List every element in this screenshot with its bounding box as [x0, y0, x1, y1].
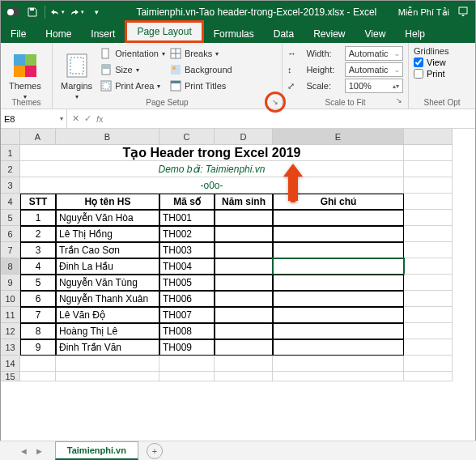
cell[interactable]: 9: [20, 339, 56, 356]
fx-icon[interactable]: fx: [96, 114, 104, 124]
col-header[interactable]: B: [56, 129, 159, 145]
row-header[interactable]: 4: [1, 194, 20, 210]
sheet-tab[interactable]: Taimienphi.vn: [55, 441, 138, 460]
tab-insert[interactable]: Insert: [81, 25, 125, 43]
cell[interactable]: [404, 226, 453, 242]
size-button[interactable]: Size▾: [100, 62, 165, 77]
cell[interactable]: [404, 242, 453, 258]
cell[interactable]: Nguyễn Văn Tùng: [56, 275, 159, 291]
cell[interactable]: [273, 210, 404, 226]
print-area-button[interactable]: Print Area▾: [100, 79, 165, 93]
qat-customize-icon[interactable]: ▾: [87, 3, 105, 21]
select-all-corner[interactable]: [1, 129, 20, 145]
name-box[interactable]: E8▾: [1, 109, 67, 128]
cell[interactable]: [56, 372, 159, 381]
cell[interactable]: [56, 356, 159, 372]
cell[interactable]: [273, 339, 404, 356]
row-header[interactable]: 6: [1, 226, 20, 242]
row-header[interactable]: 9: [1, 275, 20, 291]
cancel-icon[interactable]: ✕: [72, 113, 79, 124]
cell[interactable]: [215, 242, 273, 258]
cell[interactable]: [215, 210, 273, 226]
cell[interactable]: [404, 258, 453, 275]
cell[interactable]: [273, 291, 404, 307]
undo-icon[interactable]: [49, 3, 66, 21]
orientation-button[interactable]: Orientation▾: [100, 46, 165, 61]
page-setup-dialog-launcher[interactable]: ↘: [265, 92, 286, 113]
cell[interactable]: Đinh Trần Văn: [56, 339, 159, 356]
scale-to-fit-dialog-launcher[interactable]: ↘: [396, 96, 406, 106]
print-titles-button[interactable]: Print Titles: [170, 79, 232, 93]
cell[interactable]: 7: [20, 307, 56, 323]
row-header[interactable]: 12: [1, 323, 20, 339]
cell[interactable]: Trần Cao Sơn: [56, 242, 159, 258]
tab-file[interactable]: File: [1, 25, 36, 43]
cell[interactable]: TH009: [159, 339, 215, 356]
cell[interactable]: TH004: [159, 258, 215, 275]
col-header[interactable]: E: [273, 129, 404, 145]
cell[interactable]: TH006: [159, 291, 215, 307]
cell[interactable]: Đinh La Hầu: [56, 258, 159, 275]
cell[interactable]: Lê Văn Độ: [56, 307, 159, 323]
cell[interactable]: TH008: [159, 323, 215, 339]
row-header[interactable]: 3: [1, 177, 20, 194]
cell[interactable]: [273, 242, 404, 258]
autosave-toggle[interactable]: [4, 3, 22, 21]
tab-view[interactable]: View: [355, 25, 396, 43]
row-header[interactable]: 15: [1, 372, 20, 381]
cell[interactable]: 3: [20, 242, 56, 258]
gridlines-print-checkbox[interactable]: Print: [414, 69, 470, 79]
breaks-button[interactable]: Breaks▾: [170, 46, 232, 61]
cell[interactable]: Demo bởi: Taimienphi.vn: [20, 161, 404, 177]
tab-home[interactable]: Home: [36, 25, 81, 43]
cell[interactable]: TH003: [159, 242, 215, 258]
cell[interactable]: [404, 275, 453, 291]
row-header[interactable]: 8: [1, 258, 20, 275]
cell[interactable]: Họ tên HS: [56, 194, 159, 210]
gridlines-view-checkbox[interactable]: View: [414, 58, 470, 67]
cell[interactable]: [404, 339, 453, 356]
cell[interactable]: [159, 372, 215, 381]
height-select[interactable]: Automatic⌵: [345, 62, 403, 77]
cell[interactable]: [215, 356, 273, 372]
scale-input[interactable]: 100%▴▾: [345, 79, 403, 93]
cell[interactable]: [404, 177, 453, 194]
cell[interactable]: 4: [20, 258, 56, 275]
cell[interactable]: Hoàng Thị Lê: [56, 323, 159, 339]
cell[interactable]: [215, 291, 273, 307]
cell[interactable]: [273, 372, 404, 381]
cell[interactable]: [215, 258, 273, 275]
cell[interactable]: [215, 226, 273, 242]
cell[interactable]: [273, 307, 404, 323]
row-header[interactable]: 10: [1, 291, 20, 307]
cell[interactable]: [273, 226, 404, 242]
row-header[interactable]: 7: [1, 242, 20, 258]
cell[interactable]: [404, 291, 453, 307]
col-header[interactable]: A: [20, 129, 56, 145]
cell[interactable]: [404, 356, 453, 372]
cell[interactable]: Ghi chú: [273, 194, 404, 210]
col-header[interactable]: C: [159, 129, 215, 145]
cell[interactable]: [20, 372, 56, 381]
cell[interactable]: [215, 339, 273, 356]
cell[interactable]: -o0o-: [20, 177, 404, 194]
enter-icon[interactable]: ✓: [84, 113, 91, 124]
cell[interactable]: [404, 323, 453, 339]
redo-icon[interactable]: [68, 3, 86, 21]
row-header[interactable]: 11: [1, 307, 20, 323]
row-header[interactable]: 13: [1, 339, 20, 356]
col-header[interactable]: [404, 129, 453, 145]
cell[interactable]: [273, 275, 404, 291]
cell[interactable]: [215, 275, 273, 291]
cell[interactable]: TH001: [159, 210, 215, 226]
cell[interactable]: [215, 372, 273, 381]
cell[interactable]: [404, 372, 453, 381]
cell[interactable]: 5: [20, 275, 56, 291]
cell[interactable]: [20, 356, 56, 372]
tab-formulas[interactable]: Formulas: [204, 25, 264, 43]
col-header[interactable]: D: [215, 129, 273, 145]
cell[interactable]: Lê Thị Hồng: [56, 226, 159, 242]
save-icon[interactable]: [23, 3, 41, 21]
add-sheet-button[interactable]: +: [147, 443, 163, 459]
tab-data[interactable]: Data: [264, 25, 304, 43]
